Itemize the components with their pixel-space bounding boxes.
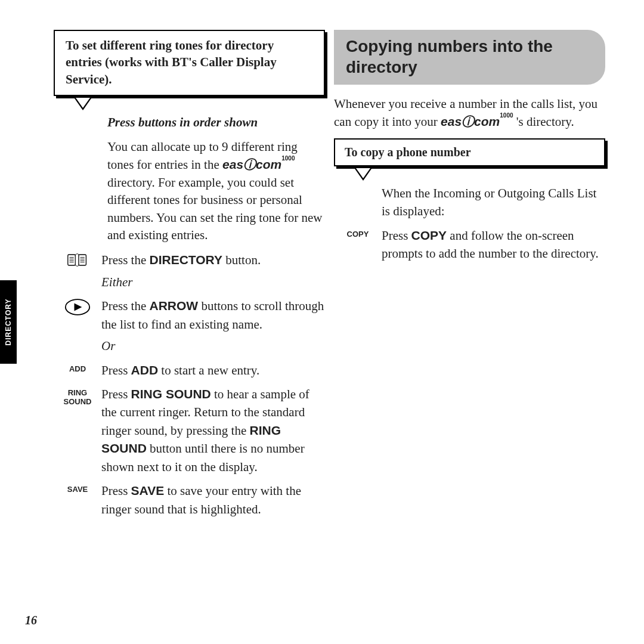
arrow-icon — [54, 297, 101, 316]
side-tab-label: DIRECTORY — [4, 298, 13, 345]
step-when-displayed: When the Incoming or Outgoing Calls List… — [334, 184, 605, 221]
copy-heading: Copying numbers into the directory — [334, 30, 605, 85]
add-button-label: ADD — [69, 365, 86, 374]
brand-logo-text: easⓘcom1000 — [222, 157, 295, 171]
step-ring-sound: RINGSOUND Press RING SOUND to hear a sam… — [54, 385, 325, 476]
ringtone-title-text: To set different ring tones for director… — [66, 38, 277, 86]
svg-rect-0 — [68, 255, 76, 265]
step-directory: Press the DIRECTORY button. Either — [54, 251, 325, 291]
copy-pointer-fill — [356, 168, 370, 178]
arrow-button-word: ARROW — [150, 299, 199, 312]
press-order-note: Press buttons in order shown — [107, 115, 325, 130]
directory-icon — [54, 251, 101, 268]
svg-marker-11 — [75, 304, 82, 311]
page-number: 16 — [25, 614, 37, 627]
right-column: Copying numbers into the directory Whene… — [334, 30, 605, 269]
or-word: Or — [101, 337, 325, 355]
copy-button-label: COPY — [347, 230, 369, 239]
brand-logo-text-2: easⓘcom1000 — [441, 114, 513, 128]
copy-box: To copy a phone number — [334, 138, 605, 166]
either-word: Either — [101, 273, 325, 291]
save-button-label: SAVE — [67, 485, 88, 494]
title-pointer-fill — [76, 98, 90, 108]
svg-rect-1 — [79, 255, 86, 265]
step-copy: COPY Press COPY and follow the on-screen… — [334, 227, 605, 263]
left-column: To set different ring tones for director… — [54, 30, 325, 524]
step-arrow: Press the ARROW buttons to scroll throug… — [54, 297, 325, 355]
intro-text: You can allocate up to 9 different ring … — [107, 138, 325, 244]
step-add: ADD Press ADD to start a new entry. — [54, 361, 325, 379]
directory-button-word: DIRECTORY — [150, 253, 223, 267]
step-save: SAVE Press SAVE to save your entry with … — [54, 482, 325, 518]
ring-sound-button-label: RINGSOUND — [64, 389, 92, 407]
side-tab: DIRECTORY — [0, 280, 17, 364]
ringtone-title-box: To set different ring tones for director… — [54, 30, 325, 96]
copy-lead-text: Whenever you receive a number in the cal… — [334, 95, 605, 131]
